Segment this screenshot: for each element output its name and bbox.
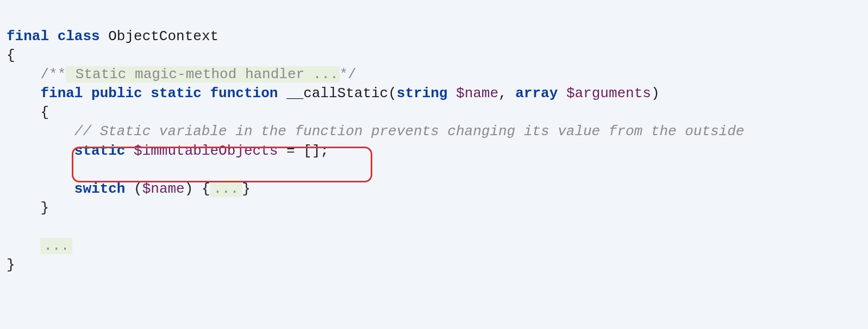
code-line-10: ... [7,237,868,256]
doc-comment-text: Static magic-method handler ... [66,66,339,83]
brace-open: { [7,47,15,64]
paren-close: ) [651,85,660,102]
keyword-function: function [210,85,278,102]
doc-comment-open: /** [40,66,66,83]
code-line-empty [7,218,868,237]
keyword-array: array [515,85,558,102]
keyword-final: final [40,85,83,102]
keyword-static: static [74,143,126,159]
paren-close: ) [185,181,202,197]
folded-code: ... [210,181,242,197]
keyword-switch: switch [74,181,126,197]
paren-open: ( [388,85,397,102]
inline-comment: // Static variable in the function preve… [74,123,745,140]
code-line-7: static $immutableObjects = []; [7,142,868,161]
code-line-empty [7,161,868,180]
keyword-final: final [7,28,49,45]
code-line-9: } [7,199,868,218]
code-line-1: final class ObjectContext [7,27,868,46]
code-line-11: } [7,256,868,275]
assignment: = []; [278,143,329,159]
code-block: final class ObjectContext { /** Static m… [7,27,868,275]
class-name: ObjectContext [108,28,218,45]
keyword-class: class [58,28,100,45]
doc-comment-close: */ [340,66,357,83]
code-line-5: { [7,103,868,122]
code-line-2: { [7,46,868,65]
variable-name: $name [456,85,498,102]
keyword-string: string [397,85,448,102]
variable-immutable: $immutableObjects [134,143,278,159]
method-name: __callStatic [286,85,388,102]
code-line-6: // Static variable in the function preve… [7,122,868,141]
keyword-public: public [91,85,142,102]
brace-open: { [202,181,210,197]
keyword-static: static [151,85,202,102]
brace-open: { [40,104,49,121]
variable-arguments: $arguments [566,85,651,102]
comma: , [498,85,515,102]
code-line-8: switch ($name) {...} [7,180,868,199]
brace-close: } [242,181,251,197]
paren-open: ( [125,181,142,197]
code-line-3: /** Static magic-method handler ...*/ [7,65,868,84]
variable-name: $name [142,181,185,197]
brace-close: } [40,200,49,216]
folded-code: ... [40,238,72,254]
code-line-4: final public static function __callStati… [7,84,868,103]
brace-close: } [7,257,15,273]
